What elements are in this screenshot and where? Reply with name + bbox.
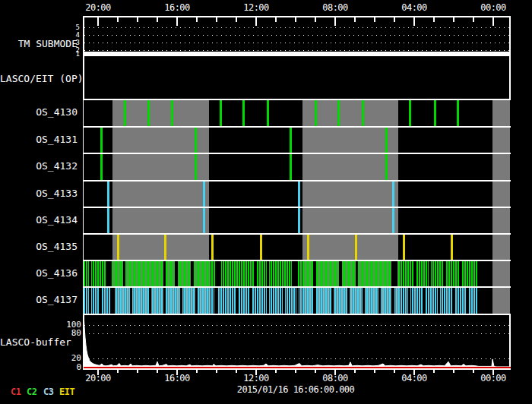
soho-lasco-timeline-plot: TM SUBMODE LASCO/EIT (OP) LASCO-buffer 2… [0, 0, 532, 404]
legend-item-c3: C3 [43, 387, 53, 397]
buffer-curve [0, 0, 532, 404]
buffer-usage-area [84, 314, 510, 368]
legend-item-eit: EIT [59, 387, 74, 397]
legend-item-c2: C2 [27, 387, 36, 397]
buffer-baseline-red [84, 367, 511, 368]
plot-area: 20:0020:0016:0016:0012:0012:0008:0008:00… [0, 0, 532, 404]
legend-item-c1: C1 [11, 387, 21, 397]
